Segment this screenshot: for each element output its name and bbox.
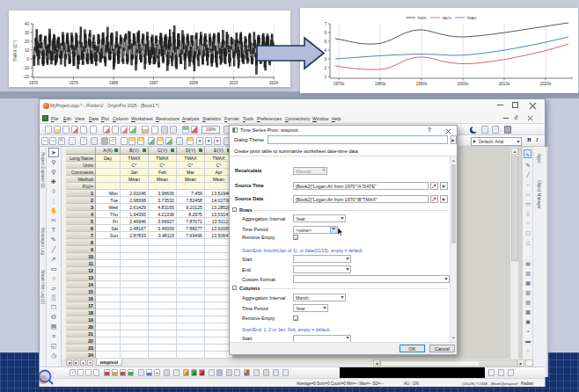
svg-text:2024: 2024 (269, 81, 279, 85)
svg-text:TMAX (C°): TMAX (C°) (12, 40, 18, 62)
svg-text:1979: 1979 (69, 81, 78, 85)
svg-text:2000s: 2000s (458, 82, 469, 86)
svg-text:1980s: 1980s (375, 82, 386, 86)
svg-text:7: 7 (324, 22, 326, 26)
svg-text:2010s: 2010s (499, 82, 510, 86)
svg-text:1988: 1988 (109, 81, 119, 85)
svg-text:2020s: 2020s (540, 82, 552, 86)
svg-text:0: 0 (26, 57, 29, 62)
svg-text:TMAX: TMAX (466, 16, 477, 20)
svg-text:-10: -10 (23, 66, 29, 70)
svg-text:1990s: 1990s (416, 82, 428, 86)
svg-text:2006: 2006 (189, 81, 199, 85)
svg-text:10: 10 (25, 48, 30, 53)
svg-text:40: 40 (25, 22, 30, 26)
svg-text:1970: 1970 (29, 81, 39, 85)
svg-text:-20: -20 (23, 75, 29, 79)
svg-text:TMIN: TMIN (417, 16, 426, 20)
svg-text:1970s: 1970s (333, 82, 345, 86)
svg-text:2015: 2015 (229, 81, 238, 85)
svg-text:30: 30 (25, 31, 30, 35)
svg-text:TAVG: TAVG (442, 16, 451, 20)
svg-text:1: 1 (324, 75, 326, 79)
svg-text:1997: 1997 (149, 81, 158, 85)
svg-text:20: 20 (25, 40, 30, 44)
